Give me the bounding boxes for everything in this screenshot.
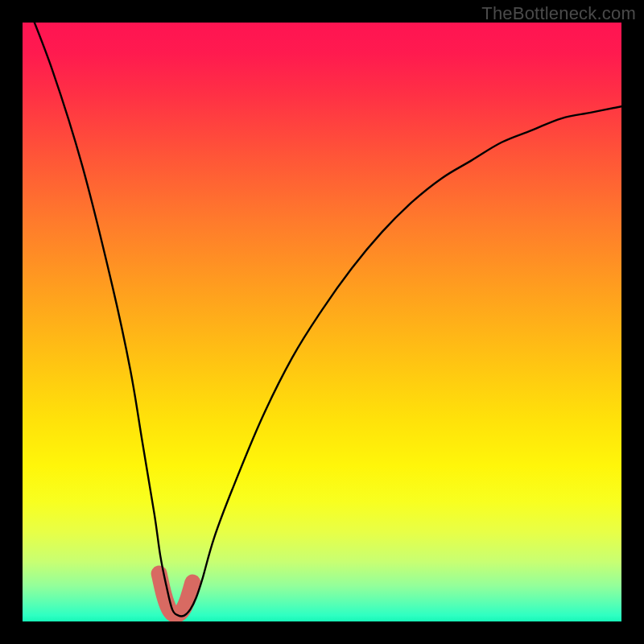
- plot-area: [23, 23, 621, 621]
- bottleneck-curve: [23, 23, 621, 617]
- watermark-text: TheBottleneck.com: [481, 3, 636, 24]
- chart-frame: TheBottleneck.com: [0, 0, 644, 644]
- curve-svg: [23, 23, 621, 621]
